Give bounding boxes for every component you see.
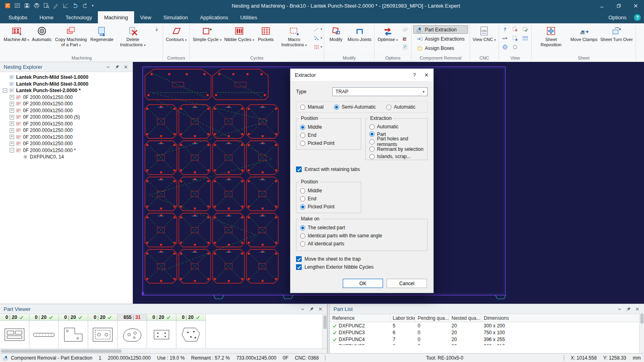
part-thumbnail[interactable]: 0|20	[88, 314, 118, 348]
dialog-help-button[interactable]: ?	[408, 70, 420, 79]
ribbon-button-sheet-reposition[interactable]: Sheet Reposition	[533, 25, 569, 53]
ribbon-button-circle[interactable]	[511, 43, 520, 51]
pin-icon[interactable]	[114, 64, 120, 70]
chevron-down-icon[interactable]	[105, 64, 111, 70]
scrollbar-thumb[interactable]	[1, 350, 122, 353]
minimize-button[interactable]	[593, 0, 610, 11]
column-header-nested-qua[interactable]: Nested qua...	[449, 314, 481, 322]
ribbon-button-machine-all[interactable]: Machine All ▾	[2, 25, 30, 53]
expand-icon[interactable]: +	[10, 95, 14, 99]
tree-item[interactable]: +0F 2000.000x1250.000	[1, 121, 132, 128]
app-logo-icon[interactable]	[4, 2, 11, 9]
ok-button[interactable]: OK	[343, 279, 383, 288]
ribbon-button-assign-extractions[interactable]: Assign Extractions	[413, 35, 468, 43]
column-header-pending-qua[interactable]: Pending qua...	[415, 314, 449, 322]
tree-item[interactable]: +0F 2000.000x1250.000	[1, 134, 132, 141]
part-viewer-hscrollbar[interactable]	[0, 348, 327, 353]
close-icon[interactable]	[317, 306, 323, 312]
help-button[interactable]: ?	[634, 14, 641, 21]
table-row[interactable]: DXFPUNC25020300 x 200	[330, 322, 644, 329]
column-header-reference[interactable]: Reference	[330, 314, 390, 322]
tree-item[interactable]: Lantek Punch-Mild Steel-1.0000	[1, 74, 132, 81]
restore-button[interactable]	[610, 0, 627, 11]
menu-tab-machining[interactable]: Machining	[98, 11, 134, 23]
ribbon-button-doc-check[interactable]	[521, 25, 530, 33]
part-thumbnail[interactable]: 0|20	[59, 314, 88, 348]
expand-icon[interactable]: +	[10, 115, 14, 119]
print-preview-icon[interactable]	[43, 2, 50, 9]
ribbon-button-doc-x[interactable]	[511, 25, 520, 33]
menu-tab-home[interactable]: Home	[33, 11, 60, 23]
ribbon-small-dots-line[interactable]: ▾	[313, 25, 322, 33]
pen-icon[interactable]	[52, 2, 60, 9]
ribbon-small-sheet-num[interactable]	[401, 43, 410, 51]
expand-icon[interactable]: +	[10, 135, 14, 139]
dialog-close-button[interactable]: ✕	[420, 70, 433, 79]
part-thumbnail[interactable]: 0|20	[176, 314, 206, 348]
scrollbar-thumb[interactable]	[323, 315, 327, 329]
lengthen-nibble-checkbox[interactable]: Lengthen Exterior Nibble Cycles	[296, 264, 428, 270]
ribbon-small-arrow-down[interactable]	[152, 25, 161, 33]
part-viewer-vscrollbar[interactable]	[322, 314, 327, 348]
part-thumbnail[interactable]: 655|31	[118, 314, 147, 348]
ribbon-button-simple-cycle[interactable]: Simple Cycle ▾	[191, 25, 222, 53]
tree-item[interactable]: DXFPUNC0, 14	[1, 154, 132, 160]
tree-item[interactable]: +0F 2000.000x1250.000	[1, 94, 132, 101]
radio-middle[interactable]: Middle	[300, 123, 357, 131]
ribbon-button-part-extraction[interactable]: Part Extraction	[413, 25, 468, 34]
ribbon-button-copy-machining-of-a-part[interactable]: Copy Machining of a Part ▾	[53, 25, 89, 53]
chevron-down-icon[interactable]	[300, 306, 306, 312]
ribbon-button-macro-instructions[interactable]: Macro Instructions ▾	[276, 25, 312, 53]
ribbon-button-optimise[interactable]: Optimise ▾	[376, 25, 399, 53]
ribbon-small-grid-dots[interactable]: ▾	[313, 43, 322, 51]
undo-icon[interactable]	[72, 2, 79, 9]
radio-manual[interactable]: Manual	[300, 103, 323, 111]
ribbon-button-micro-joints[interactable]: Micro-Joints	[346, 25, 373, 53]
menu-tab-view[interactable]: View	[134, 11, 157, 23]
radio-picked-point[interactable]: Picked Point	[300, 139, 357, 147]
table-row[interactable]: DXFPUNC58020960 x 910	[330, 343, 644, 345]
radio-semi-automatic[interactable]: Semi-Automatic	[334, 103, 376, 111]
radio-remnant-by-selection[interactable]: Remnant by selection	[369, 146, 424, 153]
save-icon[interactable]	[23, 2, 31, 9]
ribbon-button-doc-run[interactable]	[511, 34, 520, 42]
scrollbar-thumb[interactable]	[640, 313, 644, 324]
column-header-labor-ticket[interactable]: Labor ticket	[390, 314, 415, 322]
ribbon-button-automatic[interactable]: Automatic	[31, 25, 53, 53]
radio-the-selected-part[interactable]: The selected part	[300, 224, 424, 232]
ribbon-button-view-cnc[interactable]: CNCView CNC ▾	[472, 25, 497, 53]
part-thumbnail[interactable]: 0|20	[147, 314, 176, 348]
tree-item[interactable]: +0F 2000.000x1250.000 (5)	[1, 114, 132, 121]
table-row[interactable]: DXFPUNC47020396 x 255	[330, 336, 644, 343]
ribbon-small-ps[interactable]: ps	[401, 34, 410, 42]
ribbon-button-sheet-turn-over[interactable]: Sheet Turn Over	[599, 25, 634, 53]
collapse-icon[interactable]: −	[3, 88, 7, 93]
part-thumbnail[interactable]: 0|20	[29, 314, 59, 348]
close-button[interactable]	[627, 0, 644, 11]
extract-retaining-tabs-checkbox[interactable]: Extract with retaining tabs	[296, 167, 428, 172]
pin-icon[interactable]	[625, 306, 632, 312]
type-dropdown[interactable]: TRAP ▾	[332, 87, 428, 96]
close-icon[interactable]	[634, 306, 640, 312]
ribbon-small-cloud[interactable]	[401, 25, 410, 33]
ribbon-button-help-doc[interactable]: ?	[501, 25, 509, 33]
cancel-button[interactable]: Cancel	[387, 279, 427, 288]
pin-icon[interactable]	[309, 306, 315, 312]
options-menu[interactable]: Options ▾	[609, 14, 630, 21]
radio-picked-point[interactable]: Picked Point	[300, 203, 357, 211]
collapse-icon[interactable]: −	[10, 148, 14, 152]
close-icon[interactable]	[123, 64, 129, 70]
expand-icon[interactable]: +	[10, 142, 14, 146]
tree-item[interactable]: +0F 2000.000x1250.000	[1, 101, 132, 107]
radio-all-identical-parts[interactable]: All identical parts	[300, 240, 424, 248]
menu-tab-applications[interactable]: Applications	[194, 11, 234, 23]
radio-part-holes-and-remnants[interactable]: Part holes and remnants	[369, 138, 424, 146]
ribbon-button-modify[interactable]: Modify	[326, 25, 346, 53]
expand-icon[interactable]: +	[10, 128, 14, 133]
radio-identical-parts-with-the-same-angle[interactable]: Identical parts with the same angle	[300, 232, 424, 240]
tree-item[interactable]: −Lantek Punch-Steel-2.0000 *	[1, 87, 132, 94]
ribbon-button-regenerate[interactable]: Regenerate	[89, 25, 115, 53]
ribbon-button-sys[interactable]: sys	[501, 34, 509, 42]
radio-automatic[interactable]: Automatic	[369, 123, 424, 131]
ribbon-button-nibble-cycles[interactable]: Nibble Cycles ▾	[223, 25, 255, 53]
